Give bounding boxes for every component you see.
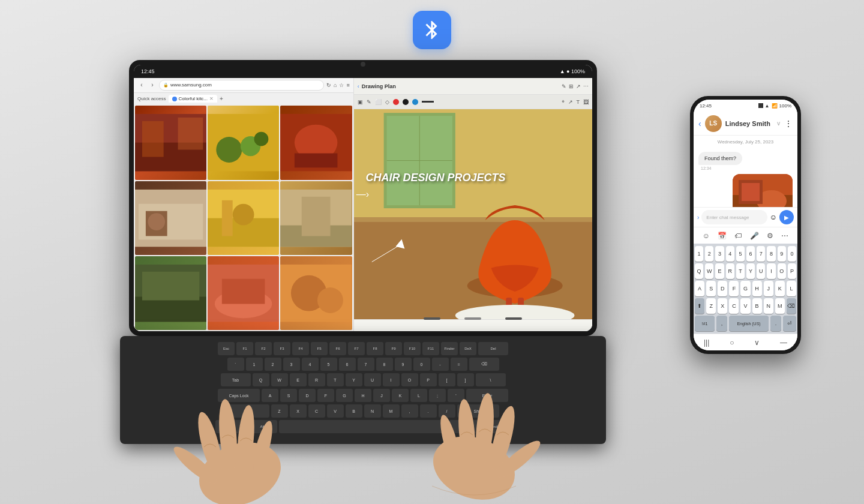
more-toolbar-icon[interactable]: ⋯ (781, 232, 788, 240)
nav-recents-icon[interactable]: ∨ (754, 338, 760, 347)
phone-back-btn[interactable]: ‹ (698, 119, 701, 128)
forward-button[interactable]: › (148, 81, 157, 89)
phone-key-r[interactable]: R (726, 263, 734, 279)
key-shift-r[interactable]: Shift (457, 404, 499, 418)
key-quote[interactable]: ' (448, 389, 464, 402)
key-v[interactable]: V (327, 404, 344, 418)
back-button[interactable]: ‹ (137, 81, 146, 89)
key-3[interactable]: 3 (283, 358, 300, 371)
color-black[interactable] (403, 99, 409, 105)
nav-home-icon[interactable]: ○ (730, 338, 734, 347)
key-m[interactable]: M (383, 404, 400, 418)
bookmark-icon[interactable]: ☆ (339, 82, 344, 88)
key-minus[interactable]: - (432, 358, 449, 371)
key-i[interactable]: I (383, 373, 400, 386)
phone-key-5[interactable]: 5 (736, 246, 745, 262)
key-f9[interactable]: F9 (385, 342, 402, 355)
phone-key-8[interactable]: 8 (767, 246, 775, 262)
phone-key-h[interactable]: H (752, 281, 762, 296)
key-l[interactable]: L (410, 389, 427, 402)
key-g[interactable]: G (336, 389, 353, 402)
phone-key-q[interactable]: Q (695, 263, 703, 279)
sticker-icon[interactable]: 🏷 (734, 232, 742, 240)
home-icon[interactable]: ⌂ (334, 82, 337, 88)
key-1[interactable]: 1 (246, 358, 263, 371)
phone-key-lang[interactable]: English (US) (729, 316, 769, 331)
menu-icon[interactable]: ≡ (346, 82, 349, 88)
key-comma[interactable]: , (401, 404, 418, 418)
arrow-tool[interactable]: ↗ (568, 99, 573, 105)
phone-key-g[interactable]: G (740, 281, 750, 296)
key-n[interactable]: N (364, 404, 381, 418)
phone-key-x[interactable]: X (718, 298, 727, 314)
mic-icon[interactable]: 🎤 (750, 232, 759, 240)
phone-key-1[interactable]: 1 (695, 246, 703, 262)
more-options-icon[interactable]: ⋯ (583, 83, 589, 89)
phone-key-p[interactable]: P (788, 263, 796, 279)
key-y[interactable]: Y (346, 373, 362, 386)
key-0[interactable]: 0 (413, 358, 430, 371)
phone-key-9[interactable]: 9 (778, 246, 786, 262)
phone-key-3[interactable]: 3 (715, 246, 724, 262)
key-f4[interactable]: F4 (292, 342, 309, 355)
phone-key-u[interactable]: U (757, 263, 765, 279)
key-h[interactable]: H (355, 389, 371, 402)
calendar-icon[interactable]: 📅 (718, 232, 727, 240)
phone-key-k[interactable]: K (775, 281, 785, 296)
key-f8[interactable]: F8 (367, 342, 383, 355)
key-shift-l[interactable]: Shift (227, 404, 269, 418)
key-space[interactable] (279, 420, 447, 433)
nav-minimize-icon[interactable]: — (780, 338, 787, 347)
key-bracket-r[interactable]: ] (457, 373, 474, 386)
key-q[interactable]: Q (253, 373, 269, 386)
image-tool[interactable]: 🖼 (583, 99, 589, 105)
phone-key-comma[interactable]: , (716, 316, 727, 331)
url-bar[interactable]: 🔒 www.samsung.com (159, 80, 324, 91)
key-tab[interactable]: Tab (221, 373, 251, 386)
key-o[interactable]: O (401, 373, 418, 386)
phone-key-backspace[interactable]: ⌫ (787, 298, 796, 314)
phone-key-special[interactable]: !#1 (695, 316, 715, 331)
key-9[interactable]: 9 (395, 358, 412, 371)
key-f10[interactable]: F10 (404, 342, 421, 355)
color-red[interactable] (393, 99, 399, 105)
phone-key-j[interactable]: J (764, 281, 773, 296)
key-esc[interactable]: Esc (218, 342, 235, 355)
key-alt-l[interactable]: Alt (247, 420, 277, 433)
key-4[interactable]: 4 (302, 358, 319, 371)
key-backslash[interactable]: \ (476, 373, 506, 386)
send-button[interactable]: ▶ (779, 210, 794, 224)
phone-key-c[interactable]: C (729, 298, 739, 314)
edit-icon[interactable]: ✎ (562, 83, 566, 89)
drawing-back-btn[interactable]: ‹ (358, 83, 359, 89)
key-7[interactable]: 7 (358, 358, 374, 371)
key-del[interactable]: Del (478, 342, 508, 355)
key-slash[interactable]: / (439, 404, 455, 418)
key-p[interactable]: P (420, 373, 437, 386)
key-period[interactable]: . (420, 404, 437, 418)
tool-pen[interactable]: ✎ (367, 99, 371, 105)
phone-key-t[interactable]: T (736, 263, 745, 279)
tool-shape[interactable]: ◇ (385, 99, 389, 105)
key-equals[interactable]: = (451, 358, 467, 371)
grid-icon[interactable]: ⊞ (569, 83, 574, 89)
key-alt-r[interactable]: Alt (449, 420, 479, 433)
phone-key-a[interactable]: A (695, 281, 704, 296)
key-j[interactable]: J (373, 389, 390, 402)
phone-key-shift[interactable]: ⬆ (695, 298, 704, 314)
tool-eraser[interactable]: ⬜ (375, 99, 382, 105)
key-f[interactable]: F (317, 389, 334, 402)
key-f1[interactable]: F1 (236, 342, 253, 355)
phone-key-period[interactable]: . (770, 316, 781, 331)
key-bracket-l[interactable]: [ (439, 373, 455, 386)
key-dex[interactable]: DeX (460, 342, 476, 355)
key-8[interactable]: 8 (376, 358, 393, 371)
browser-tab-active[interactable]: Colorful kitc... ✕ (169, 95, 217, 103)
phone-key-f[interactable]: F (729, 281, 739, 296)
phone-key-s[interactable]: S (706, 281, 716, 296)
phone-key-n[interactable]: N (764, 298, 773, 314)
tab-close[interactable]: ✕ (209, 96, 214, 101)
key-f3[interactable]: F3 (274, 342, 290, 355)
share-icon[interactable]: ↗ (576, 83, 581, 89)
line-tool[interactable] (422, 101, 434, 103)
